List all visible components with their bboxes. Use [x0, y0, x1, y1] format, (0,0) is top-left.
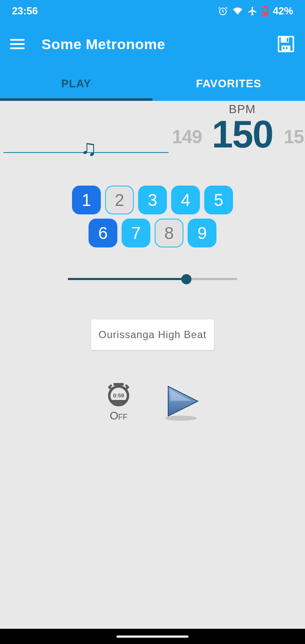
status-time: 23:56 — [12, 5, 38, 17]
status-bar: 23:56 42% — [0, 0, 305, 22]
app-bar: Some Metronome — [0, 22, 305, 66]
battery-percent: 42% — [273, 5, 293, 17]
bpm-current[interactable]: 150 — [212, 113, 273, 156]
alarm-icon — [218, 6, 228, 16]
svg-text:0:59: 0:59 — [113, 392, 124, 399]
menu-icon[interactable] — [10, 39, 25, 49]
beat-button-5[interactable]: 5 — [204, 186, 233, 214]
app-title: Some Metronome — [42, 36, 165, 53]
status-right: 42% — [218, 5, 293, 17]
svg-rect-8 — [283, 47, 285, 49]
tab-bar: PLAY FAVORITES — [0, 66, 305, 101]
nav-indicator[interactable] — [116, 636, 189, 638]
bpm-section: ♫ BPM 149 150 151 — [0, 101, 305, 160]
beat-button-8[interactable]: 8 — [155, 219, 183, 247]
beat-button-2[interactable]: 2 — [105, 186, 134, 214]
beat-button-9[interactable]: 9 — [188, 219, 216, 247]
bpm-prev[interactable]: 149 — [172, 126, 202, 147]
beat-row: 6789 — [89, 219, 216, 247]
volume-slider[interactable] — [68, 273, 237, 286]
beat-button-7[interactable]: 7 — [122, 219, 150, 247]
content: ♫ BPM 149 150 151 12345 6789 Ourissanga … — [0, 101, 305, 422]
sound-selector[interactable]: Ourissanga High Beat — [91, 319, 214, 350]
stopwatch-icon: 0:59 — [105, 380, 132, 408]
bpm-next[interactable]: 151 — [284, 126, 305, 147]
timer-label: Off — [110, 409, 128, 422]
tab-favorites[interactable]: FAVORITES — [152, 66, 305, 101]
beat-button-3[interactable]: 3 — [138, 186, 167, 214]
save-button[interactable] — [277, 35, 295, 53]
svg-rect-6 — [287, 38, 288, 42]
tab-favorites-label: FAVORITES — [196, 77, 261, 90]
svg-rect-3 — [263, 12, 267, 15]
airplane-icon — [247, 6, 258, 16]
subdivision-slider[interactable]: ♫ — [3, 130, 173, 131]
beat-grid: 12345 6789 — [0, 186, 305, 247]
sound-name: Ourissanga High Beat — [99, 329, 207, 341]
note-icon: ♫ — [80, 135, 97, 161]
beat-row: 12345 — [72, 186, 233, 214]
svg-point-11 — [165, 416, 197, 421]
wifi-icon — [232, 6, 243, 16]
battery-icon — [262, 6, 269, 17]
controls-row: 0:59 Off — [0, 380, 305, 422]
tab-play-label: PLAY — [61, 77, 92, 90]
timer-button[interactable]: 0:59 Off — [105, 380, 132, 422]
play-button[interactable] — [162, 382, 200, 420]
beat-button-6[interactable]: 6 — [89, 219, 117, 247]
beat-button-1[interactable]: 1 — [72, 186, 101, 214]
navigation-bar — [0, 629, 305, 644]
beat-button-4[interactable]: 4 — [171, 186, 200, 214]
svg-rect-9 — [286, 47, 288, 49]
tab-play[interactable]: PLAY — [0, 66, 152, 101]
